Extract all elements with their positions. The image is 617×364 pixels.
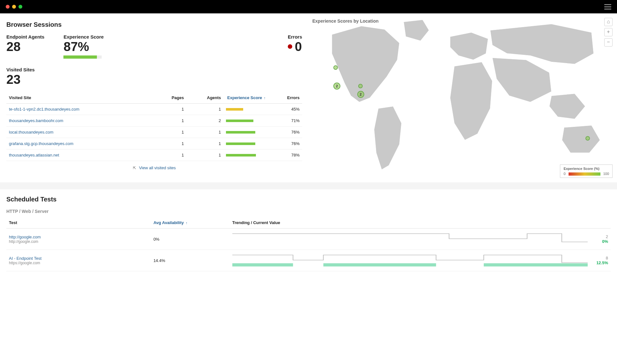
col-experience-score[interactable]: Experience Score ↑ [223,92,268,104]
trend-sparkline [232,232,588,246]
visited-sites-table: Visited Site Pages Agents Experience Sco… [6,92,302,161]
visited-site-link[interactable]: grafana.stg.gcp.thousandeyes.com [9,141,73,146]
trend-count: 2 [592,234,608,239]
cell-availability: 0% [151,229,229,250]
table-row: AI - Endpoint Testhttps://google.com14.4… [6,250,611,271]
trend-sparkline [232,254,588,267]
sort-asc-icon: ↑ [185,221,187,225]
world-map-svg [308,13,617,182]
table-row: te-sfo1-1-vpn2.dc1.thousandeyes.com1145% [6,104,302,115]
cell-pages: 1 [153,149,186,161]
metric-experience-score-label: Experience Score [63,34,104,40]
legend-gradient-icon [569,172,600,176]
scheduled-tests-title: Scheduled Tests [6,196,611,203]
map-zoom-in-button[interactable]: + [604,28,613,36]
col-errors[interactable]: Errors [268,92,302,104]
map-marker[interactable]: 2 [333,83,340,90]
sort-asc-icon: ↑ [264,96,266,100]
cell-score-value: 76% [268,127,302,138]
table-row: thousandeyes.atlassian.net1178% [6,149,302,161]
trend-current: 12.5% [596,260,608,265]
map-title: Experience Scores by Location [312,18,379,24]
cell-availability: 14.4% [151,250,229,271]
map-marker[interactable]: 2 [357,91,364,98]
cell-pages: 1 [153,104,186,115]
test-subtext: https://google.com [9,261,148,265]
trend-count: 8 [592,256,608,260]
cell-pages: 1 [153,138,186,149]
metric-endpoint-agents-value: 28 [6,40,44,53]
cell-score-value: 78% [268,149,302,161]
scheduled-tests-table: Test Avg Availability ↑ Trending / Curre… [6,217,611,271]
cell-score-value: 76% [268,138,302,149]
window-titlebar [0,0,617,13]
col-avg-availability[interactable]: Avg Availability ↑ [151,217,229,229]
browser-sessions-title: Browser Sessions [6,21,302,28]
visited-site-link[interactable]: thousandeyes.atlassian.net [9,153,59,157]
test-link[interactable]: AI - Endpoint Test [9,256,148,261]
map-marker[interactable] [358,84,363,88]
metric-experience-score-value: 87% [63,40,104,53]
cell-agents: 1 [186,104,223,115]
test-link[interactable]: http://google.com [9,235,148,239]
scheduled-tests-subtitle: HTTP / Web / Server [6,209,611,214]
col-test[interactable]: Test [6,217,151,229]
col-agents[interactable]: Agents [186,92,223,104]
cell-agents: 1 [186,127,223,138]
visited-site-link[interactable]: thousandeyes.bamboohr.com [9,118,63,123]
map-zoom-out-button[interactable]: − [604,38,613,47]
map-marker[interactable] [333,65,338,70]
cell-score-bar [223,115,268,127]
window-close-button[interactable] [6,5,10,9]
cell-agents: 1 [186,138,223,149]
metric-endpoint-agents-label: Endpoint Agents [6,34,44,40]
cell-score-bar [223,149,268,161]
experience-score-bar [63,55,102,59]
table-row: http://google.comhttp://google.com0%20% [6,229,611,250]
cell-score-bar [223,104,268,115]
legend-max: 100 [603,172,609,176]
metric-errors-value: 0 [295,40,302,53]
cell-pages: 1 [153,115,186,127]
cell-score-value: 45% [268,104,302,115]
metric-errors-label: Errors [288,34,302,40]
cell-agents: 2 [186,115,223,127]
section-divider [0,182,617,189]
col-trending[interactable]: Trending / Current Value [230,217,611,229]
error-status-dot-icon [288,44,292,49]
metric-experience-score: Experience Score 87% [63,34,104,59]
metric-visited-sites-label: Visited Sites [6,67,302,72]
visited-site-link[interactable]: local.thousandeyes.com [9,130,53,135]
table-row: thousandeyes.bamboohr.com1271% [6,115,302,127]
map-panel: Experience Scores by Location [308,13,617,182]
metric-endpoint-agents: Endpoint Agents 28 [6,34,44,59]
metric-visited-sites: Visited Sites 23 [6,67,302,86]
browser-sessions-panel: Browser Sessions Endpoint Agents 28 Expe… [0,13,308,182]
window-minimize-button[interactable] [12,5,16,9]
cell-score-bar [223,127,268,138]
table-row: local.thousandeyes.com1176% [6,127,302,138]
cell-pages: 1 [153,127,186,138]
cell-score-bar [223,138,268,149]
legend-min: 0 [563,172,565,176]
map-marker[interactable] [585,136,590,141]
cell-score-value: 71% [268,115,302,127]
view-all-sites-link[interactable]: View all visited sites [139,165,176,170]
table-row: grafana.stg.gcp.thousandeyes.com1176% [6,138,302,149]
menu-button[interactable] [602,2,613,11]
test-subtext: http://google.com [9,239,148,244]
traffic-lights [4,5,22,9]
metric-visited-sites-value: 23 [6,73,302,86]
col-pages[interactable]: Pages [153,92,186,104]
col-visited-site[interactable]: Visited Site [6,92,153,104]
trend-current: 0% [602,239,608,244]
window-maximize-button[interactable] [18,5,22,9]
cell-agents: 1 [186,149,223,161]
legend-title: Experience Score (%) [563,167,609,171]
external-link-icon: ⇱ [133,166,136,170]
world-map[interactable]: Experience Scores by Location [308,13,617,182]
metric-errors: Errors 0 [288,34,302,59]
map-home-button[interactable]: ⌂ [604,18,613,26]
scheduled-tests-panel: Scheduled Tests HTTP / Web / Server Test… [0,189,617,278]
visited-site-link[interactable]: te-sfo1-1-vpn2.dc1.thousandeyes.com [9,107,79,112]
